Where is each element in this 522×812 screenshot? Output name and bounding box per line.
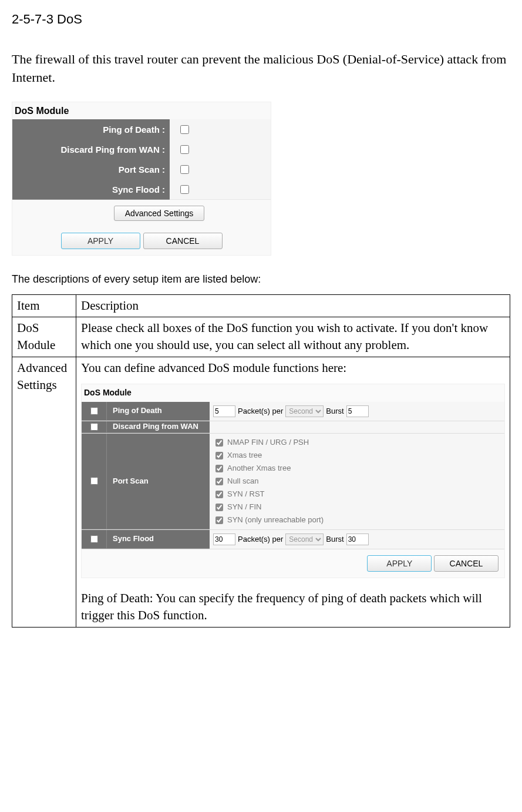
adv-sync-cb-cell [82, 530, 107, 549]
burst-label: Burst [326, 406, 343, 417]
port-scan-checkbox[interactable] [180, 165, 189, 174]
port-scan-label: Port Scan : [12, 159, 170, 180]
adv-sync-packets-input[interactable] [213, 533, 235, 545]
scan-opt-synunreach[interactable]: SYN (only unreachable port) [213, 515, 324, 526]
header-item: Item [12, 294, 76, 317]
scan-xmas-checkbox[interactable] [215, 452, 223, 459]
discard-ping-cell [170, 139, 271, 160]
packets-per-label-2: Packet(s) per [238, 534, 283, 545]
scan-null-label: Null scan [227, 476, 258, 486]
adv-sync-unit-select[interactable]: Second [285, 533, 324, 545]
scan-another-xmas-checkbox[interactable] [215, 465, 223, 472]
adv-ping-label: Ping of Death [107, 402, 210, 421]
dos-row-sync: Sync Flood : [12, 180, 271, 200]
scan-nmap-label: NMAP FIN / URG / PSH [227, 437, 309, 448]
item-advanced-settings: Advanced Settings [12, 357, 76, 627]
scan-synunreach-checkbox[interactable] [215, 516, 223, 524]
adv-dos-module-panel: DoS Module Ping of Death Packet(s) per S… [81, 384, 505, 578]
scan-opt-synrst[interactable]: SYN / RST [213, 489, 324, 500]
item-dos-module: DoS Module [12, 317, 76, 357]
adv-row-portscan: Port Scan NMAP FIN / URG / PSH Xmas tree… [82, 434, 504, 530]
scan-synrst-checkbox[interactable] [215, 491, 223, 498]
scan-opt-nmap[interactable]: NMAP FIN / URG / PSH [213, 437, 324, 448]
adv-sync-ctrl: Packet(s) per Second Burst [210, 530, 504, 549]
adv-btn-row: Advanced Settings [12, 200, 271, 227]
dos-row-ping: Ping of Death : [12, 120, 271, 140]
section-heading: 2-5-7-3 DoS [12, 12, 510, 27]
cancel-button[interactable]: CANCEL [143, 233, 223, 249]
scan-another-xmas-label: Another Xmas tree [227, 463, 291, 474]
scan-null-checkbox[interactable] [215, 478, 223, 485]
adv-ping-burst-input[interactable] [346, 405, 369, 417]
scan-xmas-label: Xmas tree [227, 450, 262, 461]
intro-text: The firewall of this travel router can p… [12, 51, 510, 87]
dos-row-portscan: Port Scan : [12, 160, 271, 180]
adv-discard-cb-cell [82, 421, 107, 433]
adv-discard-label: Discard Ping from WAN [107, 421, 210, 433]
adv-cancel-button[interactable]: CANCEL [434, 555, 499, 572]
apply-button[interactable]: APPLY [61, 233, 140, 249]
table-header-row: Item Description [12, 294, 510, 317]
desc-intro: The descriptions of every setup item are… [12, 273, 510, 286]
discard-ping-checkbox[interactable] [180, 145, 189, 154]
advanced-settings-button[interactable]: Advanced Settings [114, 206, 205, 221]
adv-desc-intro: You can define advanced DoS module funct… [81, 361, 346, 375]
adv-ping-cb-cell [82, 402, 107, 421]
scan-opt-null[interactable]: Null scan [213, 476, 324, 487]
adv-portscan-cb-cell [82, 434, 107, 529]
description-table: Item Description DoS Module Please check… [12, 294, 510, 628]
scan-synrst-label: SYN / RST [227, 489, 265, 499]
sync-flood-label: Sync Flood : [12, 179, 170, 200]
desc-advanced-settings: You can define advanced DoS module funct… [76, 357, 510, 627]
portscan-options: NMAP FIN / URG / PSH Xmas tree Another X… [213, 437, 324, 526]
main-btn-row: APPLY CANCEL [12, 227, 271, 255]
adv-apply-button[interactable]: APPLY [367, 555, 432, 572]
ping-of-death-desc: Ping of Death: You can specify the frequ… [81, 591, 482, 622]
adv-sync-burst-input[interactable] [346, 533, 369, 545]
adv-portscan-label: Port Scan [107, 434, 210, 529]
adv-row-sync: Sync Flood Packet(s) per Second Burst [82, 530, 504, 549]
scan-synfin-checkbox[interactable] [215, 504, 223, 511]
scan-opt-another-xmas[interactable]: Another Xmas tree [213, 463, 324, 474]
adv-sync-label: Sync Flood [107, 530, 210, 549]
ping-of-death-checkbox[interactable] [180, 125, 189, 134]
adv-row-discard: Discard Ping from WAN [82, 421, 504, 434]
burst-label-2: Burst [326, 534, 343, 545]
adv-ping-packets-input[interactable] [213, 405, 235, 417]
header-description: Description [76, 294, 510, 317]
adv-discard-checkbox[interactable] [90, 423, 98, 431]
ping-of-death-cell [170, 119, 271, 140]
adv-ping-unit-select[interactable]: Second [285, 405, 324, 417]
sync-flood-checkbox[interactable] [180, 185, 189, 194]
dos-module-panel: DoS Module Ping of Death : Discard Ping … [12, 102, 271, 256]
packets-per-label: Packet(s) per [238, 406, 283, 417]
adv-dos-module-title: DoS Module [82, 384, 504, 402]
scan-synunreach-label: SYN (only unreachable port) [227, 515, 324, 525]
adv-portscan-ctrl: NMAP FIN / URG / PSH Xmas tree Another X… [210, 434, 504, 529]
discard-ping-label: Discard Ping from WAN : [12, 139, 170, 160]
scan-opt-synfin[interactable]: SYN / FIN [213, 502, 324, 513]
table-row: Advanced Settings You can define advance… [12, 357, 510, 627]
adv-discard-ctrl [210, 421, 504, 433]
adv-btn-row: APPLY CANCEL [82, 549, 504, 578]
adv-row-ping: Ping of Death Packet(s) per Second Burst [82, 402, 504, 421]
port-scan-cell [170, 159, 271, 180]
adv-portscan-checkbox[interactable] [90, 477, 98, 485]
adv-sync-checkbox[interactable] [90, 535, 98, 543]
table-row: DoS Module Please check all boxes of the… [12, 317, 510, 357]
scan-synfin-label: SYN / FIN [227, 502, 262, 512]
dos-row-discard: Discard Ping from WAN : [12, 140, 271, 160]
desc-dos-module: Please check all boxes of the DoS functi… [76, 317, 510, 357]
scan-opt-xmas[interactable]: Xmas tree [213, 450, 324, 461]
dos-module-title: DoS Module [12, 102, 271, 120]
ping-of-death-label: Ping of Death : [12, 119, 170, 140]
scan-nmap-checkbox[interactable] [215, 439, 223, 447]
adv-ping-checkbox[interactable] [90, 407, 98, 415]
sync-flood-cell [170, 179, 271, 200]
adv-ping-ctrl: Packet(s) per Second Burst [210, 402, 504, 421]
